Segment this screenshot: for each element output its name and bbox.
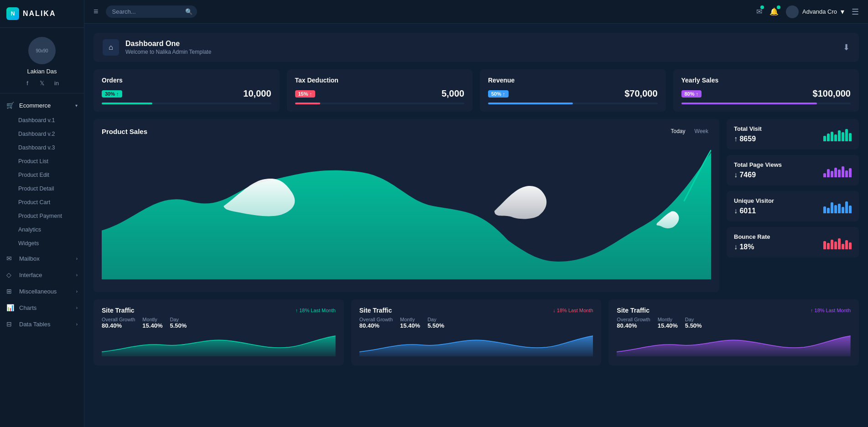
sidebar-item-dashboard-v2[interactable]: Dashboard v.2	[0, 127, 84, 141]
sidebar-item-product-cart[interactable]: Product Cart	[0, 195, 84, 209]
traffic-day-2: Day 5.50%	[685, 317, 702, 329]
mini-bar-3-4	[838, 238, 841, 249]
sidebar-item-product-detail[interactable]: Product Detail	[0, 182, 84, 195]
user-name: Advanda Cro	[802, 8, 837, 15]
mini-bar-2-6	[845, 201, 848, 213]
data-tables-label: Data Tables	[19, 321, 50, 328]
search-button[interactable]: 🔍	[185, 8, 192, 15]
stats-row: Orders 30% ↑ 10,000 Tax Deduction 15% ↑ …	[94, 69, 859, 112]
shop-icon: 🛒	[6, 102, 15, 109]
mini-bar-0-4	[838, 130, 841, 141]
progress-bar-3	[681, 103, 851, 104]
mini-area-chart-1	[359, 334, 593, 356]
traffic-stats-1: Overall Growth 80.40% Montly 15.40% Day …	[359, 317, 593, 329]
logo-icon: N	[6, 7, 19, 20]
mini-stat-value-0: ↑ 8659	[734, 135, 762, 143]
traffic-val-monthly-1: 15.40%	[400, 322, 420, 329]
mail-icon: ✉	[6, 255, 15, 262]
linkedin-icon[interactable]: in	[52, 78, 61, 87]
chart-header: Product Sales Today Week	[102, 127, 711, 135]
bell-topbar-icon[interactable]: 🔔	[769, 7, 779, 16]
mini-bar-3-2	[831, 240, 833, 249]
mini-bar-1-0	[823, 173, 826, 177]
stat-card-1: Tax Deduction 15% ↑ 5,000	[287, 69, 473, 112]
sidebar-item-dashboard-v1[interactable]: Dashboard v.1	[0, 113, 84, 127]
page-header: ⌂ Dashboard One Welcome to Nalika Admin …	[94, 33, 859, 62]
product-sales-chart: Product Sales Today Week	[94, 119, 719, 292]
mini-bar-3-1	[827, 243, 830, 249]
chart-icon: 📊	[6, 304, 15, 311]
traffic-header-1: Site Traffic ↓ 18% Last Month	[359, 307, 593, 314]
mini-stat-card-3: Bounce Rate ↓ 18%	[727, 227, 859, 257]
mini-bar-3-6	[845, 240, 848, 249]
sidebar-item-product-list[interactable]: Product List	[0, 154, 84, 168]
search-input[interactable]	[106, 5, 197, 18]
topbar-menu-icon[interactable]: ☰	[852, 7, 859, 17]
interface-label: Interface	[19, 272, 42, 278]
traffic-label-overall-0: Overall Growth	[102, 317, 135, 322]
mini-bar-0-2	[831, 132, 833, 141]
sidebar-item-product-payment[interactable]: Product Payment	[0, 209, 84, 223]
mini-stat-card-2: Unique Visitor ↓ 6011	[727, 191, 859, 221]
mini-stat-left-3: Bounce Rate ↓ 18%	[734, 233, 770, 251]
progress-fill-1	[295, 103, 321, 104]
sidebar-item-miscellaneous[interactable]: ⊞ Miscellaneous ›	[0, 283, 84, 299]
traffic-label-day-0: Day	[170, 317, 187, 322]
sidebar-nav: 🛒 Ecommerce ▾ Dashboard v.1 Dashboard v.…	[0, 93, 84, 418]
traffic-val-monthly-0: 15.40%	[142, 322, 162, 329]
mini-area-chart-0	[102, 334, 336, 356]
page-header-left: ⌂ Dashboard One Welcome to Nalika Admin …	[103, 39, 211, 56]
sidebar-item-dashboard-v3[interactable]: Dashboard v.3	[0, 141, 84, 154]
sidebar-item-analytics[interactable]: Analytics	[0, 223, 84, 237]
profile-name: Lakian Das	[27, 68, 57, 75]
avatar: 90x90	[28, 37, 56, 64]
mini-stat-left-2: Unique Visitor ↓ 6011	[734, 197, 774, 215]
progress-bar-2	[488, 103, 658, 104]
twitter-icon[interactable]: 𝕏	[37, 78, 47, 87]
stat-title-0: Orders	[102, 77, 271, 84]
chevron-right-icon3: ›	[76, 289, 78, 294]
sidebar-item-data-tables[interactable]: ⊟ Data Tables ›	[0, 316, 84, 332]
mini-bar-2-0	[823, 206, 826, 213]
grid-icon: ⊞	[6, 288, 15, 295]
mail-topbar-icon[interactable]: ✉	[756, 7, 762, 16]
traffic-monthly-2: Montly 15.40%	[658, 317, 678, 329]
topbar: ≡ 🔍 ✉ 🔔 Advanda Cro ▾ ☰	[84, 0, 868, 24]
download-icon[interactable]: ⬇	[843, 42, 850, 52]
mini-bar-2-2	[831, 202, 833, 213]
progress-bar-0	[102, 103, 271, 104]
mini-bar-0-0	[823, 136, 826, 141]
user-info[interactable]: Advanda Cro ▾	[786, 5, 844, 18]
mini-bar-0-1	[827, 134, 830, 141]
mini-bars-0	[823, 128, 852, 141]
content-area: ⌂ Dashboard One Welcome to Nalika Admin …	[84, 24, 868, 427]
mini-stat-card-1: Total Page Views ↓ 7469	[727, 155, 859, 185]
toggle-week[interactable]: Week	[692, 127, 711, 135]
sidebar-item-mailbox[interactable]: ✉ Mailbox ›	[0, 250, 84, 267]
mini-bar-3-3	[834, 242, 837, 249]
hamburger-icon[interactable]: ≡	[94, 7, 99, 16]
traffic-overall-2: Overall Growth 80.40%	[617, 317, 650, 329]
sidebar-item-charts[interactable]: 📊 Charts ›	[0, 299, 84, 316]
sidebar-item-interface[interactable]: ◇ Interface ›	[0, 267, 84, 283]
traffic-val-day-1: 5.50%	[427, 322, 444, 329]
mini-bar-0-7	[849, 133, 852, 141]
mini-stat-title-2: Unique Visitor	[734, 197, 774, 204]
mini-bars-2	[823, 200, 852, 213]
sidebar-item-widgets[interactable]: Widgets	[0, 237, 84, 250]
sidebar-item-product-edit[interactable]: Product Edit	[0, 168, 84, 182]
chart-title: Product Sales	[102, 128, 147, 135]
sidebar-item-ecommerce[interactable]: 🛒 Ecommerce ▾	[0, 97, 84, 113]
mini-bar-2-1	[827, 208, 830, 213]
mini-area-chart-2	[617, 334, 851, 356]
toggle-today[interactable]: Today	[668, 127, 688, 135]
traffic-card-0: Site Traffic ↑ 18% Last Month Overall Gr…	[94, 299, 344, 365]
sidebar: N NALIKA 90x90 Lakian Das f 𝕏 in 🛒 Ecomm…	[0, 0, 84, 427]
mini-bar-2-7	[849, 206, 852, 213]
traffic-label-overall-2: Overall Growth	[617, 317, 650, 322]
facebook-icon[interactable]: f	[23, 78, 32, 87]
stat-badge-0: 30% ↑	[102, 90, 122, 98]
mini-bar-0-5	[842, 132, 844, 141]
mailbox-label: Mailbox	[19, 255, 40, 262]
stat-title-1: Tax Deduction	[295, 77, 465, 84]
